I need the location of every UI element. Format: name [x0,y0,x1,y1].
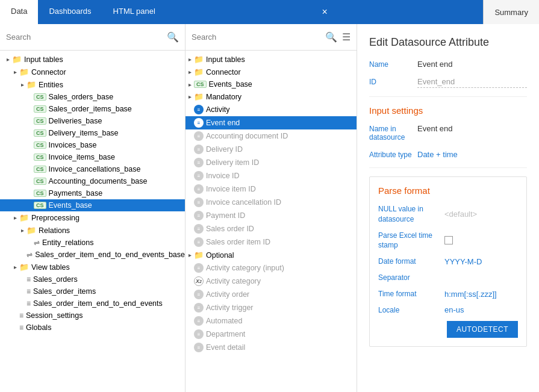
time-format-row: Time format h:mm[:ss[.zzz]] [378,289,518,299]
mid-tree-item[interactable]: ▸📁Optional [185,249,357,261]
left-tree-item[interactable]: ▸📁Connector [0,66,185,78]
tab-summary[interactable]: Summary [483,0,539,24]
mid-tree-item[interactable]: ▸CSEvents_base [185,78,357,90]
tree-item-label: Invoices_base [49,141,97,149]
mid-tree-item[interactable]: ≡Payment ID [185,209,357,222]
x2-icon: X2 [194,276,204,286]
left-tree-item[interactable]: ▸📁Preprocessing [0,211,185,224]
tab-data[interactable]: Data [0,0,38,24]
folder-icon: 📁 [194,55,204,64]
name-value: Event end [417,60,527,69]
mid-tree-item-label: Activity order [206,290,249,299]
mid-tree-item[interactable]: ≡Invoice cancellation ID [185,196,357,209]
mid-tree-item[interactable]: ≡Accounting document ID [185,129,357,143]
left-tree-item[interactable]: CSAccounting_documents_base [0,175,185,187]
autodetect-button[interactable]: AUTODETECT [447,321,518,338]
left-tree-item[interactable]: ≡Sales_order_items [0,285,185,297]
attribute-icon: ≡ [194,224,204,234]
tree-item-label: Sales_order_item_end_to_end_events [33,299,163,308]
mid-tree-item-label: Sales order ID [206,225,254,233]
name-label: Name [369,60,417,69]
mid-tree-item[interactable]: ≡Event end [185,116,357,129]
mid-tree-item[interactable]: ≡Activity trigger [185,301,357,314]
left-tree-item[interactable]: CSInvoices_base [0,139,185,151]
name-in-ds-label: Name in datasource [369,125,417,142]
input-settings-title: Input settings [369,105,527,116]
left-tree-item[interactable]: CSInvoice_items_base [0,151,185,163]
mid-search-input[interactable] [192,33,325,42]
left-tree-item[interactable]: CSDelivery_items_base [0,127,185,139]
folder-icon: 📁 [194,67,204,76]
mid-tree-item-label: Activity trigger [206,303,254,312]
mid-tree-item[interactable]: X2Activity category [185,275,357,288]
tree-item-label: Sales_orders_base [49,93,114,101]
folder-icon: 📁 [19,263,29,272]
tree-item-label: Entity_relations [42,238,93,247]
mid-tree-item[interactable]: ≡Activity [185,103,357,116]
mid-tree-item-label: Connector [206,68,241,76]
left-tree-item[interactable]: CSSales_order_items_base [0,103,185,115]
left-tree-item[interactable]: CSInvoice_cancellations_base [0,163,185,175]
mid-tree-item[interactable]: ≡Activity order [185,288,357,301]
attribute-icon: ≡ [194,171,204,181]
tree-item-label: Sales_order_items_base [49,105,132,113]
parse-excel-checkbox[interactable] [444,236,453,244]
tab-html-panel[interactable]: HTML panel [102,0,166,24]
mid-tree-item[interactable]: ≡Automated [185,314,357,328]
cs-badge-icon: CS [34,105,46,113]
mid-tree-item[interactable]: ≡Activity category (input) [185,261,357,275]
mid-tree-item[interactable]: ▸📁Connector [185,66,357,78]
left-tree-item[interactable]: ≡Sales_order_item_end_to_end_events [0,297,185,310]
mid-tree-item[interactable]: ≡Invoice item ID [185,182,357,196]
cs-badge-icon: CS [34,129,46,137]
left-tree-item[interactable]: ≡Session_settings [0,310,185,322]
left-tree-item[interactable]: ▸📁Input tables [0,53,185,66]
left-tree-item[interactable]: CSEvents_base [0,199,185,211]
mid-tree-item[interactable]: ▸📁Input tables [185,53,357,66]
tree-item-label: Preprocessing [31,214,79,222]
left-tree-item[interactable]: CSPayments_base [0,187,185,199]
id-label: ID [369,78,417,86]
attribute-icon: ≡ [194,303,204,313]
parse-excel-row: Parse Excel time stamp [378,231,518,251]
left-tree-item[interactable]: ≡Globals [0,322,185,334]
mid-tree-item[interactable]: ≡Sales order ID [185,222,357,235]
mid-tree-item[interactable]: ≡Invoice ID [185,169,357,182]
relation-icon: ⇌ [26,250,33,259]
close-button[interactable]: × [313,0,335,24]
cs-badge-icon: CS [34,166,46,173]
tab-dashboards[interactable]: Dashboards [38,0,102,24]
null-value-label: NULL value in datasource [378,204,444,225]
left-tree-item[interactable]: ⇌Entity_relations [0,237,185,249]
date-format-row: Date format YYYY-M-D [378,257,518,267]
tab-bar: Data Dashboards HTML panel × Summary [0,0,539,24]
mid-menu-icon[interactable]: ☰ [342,31,351,43]
folder-icon: 📁 [26,80,36,89]
left-tree-item[interactable]: CSSales_orders_base [0,91,185,103]
left-search-input[interactable] [6,33,167,42]
divider1 [369,96,527,97]
folder-icon: 📁 [194,92,204,101]
mid-tree-item[interactable]: ≡Delivery ID [185,143,357,156]
left-search-icon: 🔍 [167,31,179,43]
mid-tree-item-label: Delivery ID [206,145,243,154]
tree-item-label: Events_base [49,201,92,210]
mid-tree-item[interactable]: ≡Department [185,328,357,341]
left-tree-item[interactable]: ▸📁Entities [0,78,185,91]
mid-tree-item[interactable]: ▸📁Mandatory [185,90,357,103]
attribute-icon: ≡ [194,237,204,247]
left-tree-item[interactable]: ▸📁Relations [0,224,185,237]
tree-item-label: Payments_base [49,189,103,198]
tree-item-label: Entities [39,81,63,89]
left-tree-item[interactable]: ≡Sales_orders [0,273,185,285]
mid-tree-item[interactable]: ≡Delivery item ID [185,156,357,169]
left-tree-item[interactable]: ⇌Sales_order_item_end_to_end_events_base [0,249,185,261]
left-tree-item[interactable]: CSDeliveries_base [0,115,185,127]
mid-tree-item[interactable]: ≡Sales order item ID [185,235,357,249]
left-tree-item[interactable]: ▸📁View tables [0,261,185,273]
attr-type-row: Attribute type Date + time [369,150,527,159]
date-format-label: Date format [378,257,444,267]
folder-icon: 📁 [26,226,36,235]
mid-tree-item[interactable]: ≡Event detail [185,341,357,354]
cs-badge-icon: CS [34,178,46,185]
